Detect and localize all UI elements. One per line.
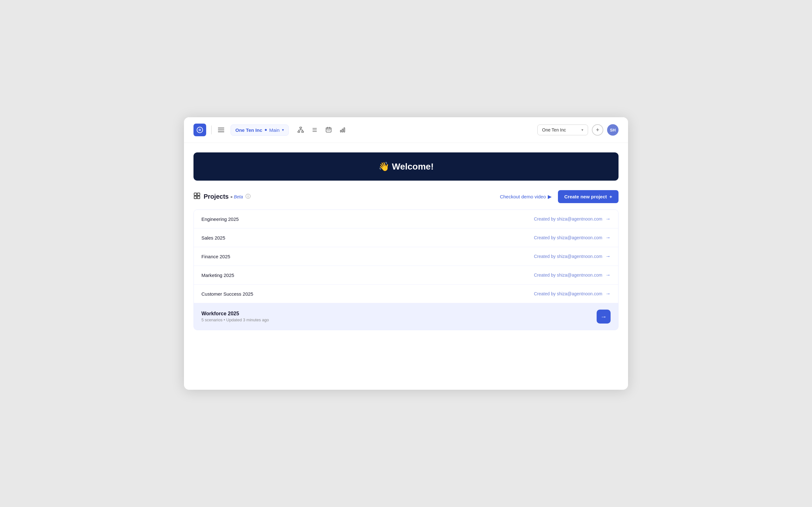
svg-rect-2 xyxy=(302,131,304,132)
logo-icon xyxy=(197,127,203,133)
list-icon xyxy=(311,127,318,133)
project-row[interactable]: Finance 2025 Created by shiza@agentnoon.… xyxy=(194,247,618,266)
avatar: SH xyxy=(607,124,618,135)
info-icon[interactable]: ⓘ xyxy=(246,193,251,200)
project-meta: Created by shiza@agentnoon.com → xyxy=(534,291,611,297)
project-arrow-icon: → xyxy=(606,272,611,278)
project-row-active[interactable]: Workforce 2025 5 scenarios • Updated 3 m… xyxy=(194,303,618,330)
demo-link-text: Checkout demo video xyxy=(500,194,546,199)
project-arrow-icon: → xyxy=(606,291,611,297)
svg-rect-17 xyxy=(340,130,341,132)
project-row[interactable]: Engineering 2025 Created by shiza@agentn… xyxy=(194,210,618,228)
svg-point-14 xyxy=(327,130,328,130)
svg-point-16 xyxy=(329,130,330,130)
org-selector[interactable]: One Ten Inc ▾ xyxy=(537,124,588,135)
add-org-button[interactable]: + xyxy=(592,124,603,135)
project-row[interactable]: Marketing 2025 Created by shiza@agentnoo… xyxy=(194,266,618,285)
workspace-chevron-icon: ▾ xyxy=(282,128,284,132)
chart-nav-button[interactable] xyxy=(337,124,348,135)
project-creator: Created by shiza@agentnoon.com xyxy=(534,254,602,259)
project-name: Marketing 2025 xyxy=(201,273,234,278)
org-chart-icon xyxy=(298,127,304,133)
project-meta: Created by shiza@agentnoon.com → xyxy=(534,235,611,240)
projects-title: Projects - xyxy=(204,193,233,200)
project-row[interactable]: Sales 2025 Created by shiza@agentnoon.co… xyxy=(194,228,618,247)
projects-list: Engineering 2025 Created by shiza@agentn… xyxy=(194,210,618,330)
calendar-nav-button[interactable] xyxy=(323,124,334,135)
projects-grid-icon xyxy=(194,192,200,201)
workspace-selector[interactable]: One Ten Inc Main ▾ xyxy=(231,124,289,135)
calendar-icon xyxy=(325,127,332,133)
svg-rect-19 xyxy=(344,128,345,132)
project-name: Finance 2025 xyxy=(201,254,230,259)
project-name: Engineering 2025 xyxy=(201,216,239,222)
svg-rect-23 xyxy=(197,196,200,199)
workspace-branch-name: Main xyxy=(269,127,280,133)
svg-rect-18 xyxy=(342,129,343,132)
project-meta: Created by shiza@agentnoon.com → xyxy=(534,272,611,278)
project-arrow-icon: → xyxy=(606,235,611,240)
welcome-text: 👋 Welcome! xyxy=(378,162,434,171)
project-creator: Created by shiza@agentnoon.com xyxy=(534,273,602,278)
svg-rect-22 xyxy=(194,196,197,199)
list-nav-button[interactable] xyxy=(309,124,320,135)
project-row[interactable]: Customer Success 2025 Created by shiza@a… xyxy=(194,285,618,303)
project-meta: Created by shiza@agentnoon.com → xyxy=(534,216,611,222)
welcome-label: Welcome! xyxy=(392,162,434,171)
project-info: Workforce 2025 5 scenarios • Updated 3 m… xyxy=(201,311,269,322)
svg-rect-1 xyxy=(298,131,300,132)
project-subtitle: 5 scenarios • Updated 3 minutes ago xyxy=(201,318,269,322)
demo-link[interactable]: Checkout demo video ▶ xyxy=(500,193,552,200)
project-name: Customer Success 2025 xyxy=(201,291,253,297)
grid-icon xyxy=(194,192,200,199)
org-chart-nav-button[interactable] xyxy=(295,124,306,135)
welcome-emoji: 👋 xyxy=(378,162,390,171)
top-bar-right: One Ten Inc ▾ + SH xyxy=(537,124,618,135)
workspace-org-name: One Ten Inc xyxy=(235,127,262,133)
svg-rect-21 xyxy=(197,193,200,195)
projects-header: Projects - Beta ⓘ Checkout demo video ▶ … xyxy=(194,190,618,203)
svg-point-15 xyxy=(328,130,329,130)
arrow-right-icon: → xyxy=(600,313,607,320)
nav-icons xyxy=(295,124,348,135)
bar-chart-icon xyxy=(339,127,346,133)
org-selector-label: One Ten Inc xyxy=(542,127,566,132)
demo-play-icon: ▶ xyxy=(548,193,552,200)
logo-button[interactable] xyxy=(194,124,206,136)
beta-badge: Beta xyxy=(234,194,243,199)
project-creator: Created by shiza@agentnoon.com xyxy=(534,291,602,296)
project-creator: Created by shiza@agentnoon.com xyxy=(534,216,602,222)
divider xyxy=(211,125,212,134)
create-project-plus-icon: + xyxy=(609,194,612,199)
project-name: Workforce 2025 xyxy=(201,311,269,317)
top-bar: One Ten Inc Main ▾ xyxy=(184,117,628,143)
hamburger-button[interactable] xyxy=(217,126,225,133)
svg-rect-0 xyxy=(300,127,302,128)
svg-rect-20 xyxy=(194,193,197,195)
project-creator: Created by shiza@agentnoon.com xyxy=(534,235,602,240)
workspace-dot xyxy=(265,129,267,131)
welcome-banner: 👋 Welcome! xyxy=(194,153,618,181)
project-arrow-icon: → xyxy=(606,216,611,222)
create-project-button[interactable]: Create new project + xyxy=(558,190,618,203)
projects-section: Projects - Beta ⓘ Checkout demo video ▶ … xyxy=(184,190,628,340)
project-arrow-icon: → xyxy=(606,253,611,259)
project-navigate-button[interactable]: → xyxy=(597,309,611,324)
app-window: One Ten Inc Main ▾ xyxy=(184,117,628,390)
plus-icon: + xyxy=(596,127,600,133)
create-project-label: Create new project xyxy=(564,194,607,199)
org-selector-chevron-icon: ▾ xyxy=(581,128,583,132)
project-meta: Created by shiza@agentnoon.com → xyxy=(534,253,611,259)
project-name: Sales 2025 xyxy=(201,235,225,240)
